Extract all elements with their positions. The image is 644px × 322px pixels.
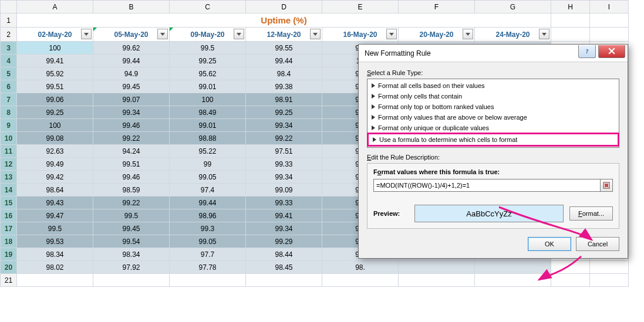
cell[interactable] <box>590 28 629 42</box>
row-header[interactable]: 16 <box>1 209 17 222</box>
cell[interactable]: 98.4 <box>246 67 322 80</box>
row-header[interactable]: 6 <box>1 80 17 93</box>
row-header[interactable]: 4 <box>1 55 17 67</box>
cell[interactable]: 99 <box>170 158 246 171</box>
cell[interactable]: 99.46 <box>93 171 170 184</box>
filter-dropdown-button[interactable] <box>310 29 321 39</box>
cell[interactable] <box>551 28 590 42</box>
col-header[interactable]: B <box>93 1 170 13</box>
cell[interactable]: 98.88 <box>170 132 246 145</box>
cell[interactable]: 99.38 <box>246 80 322 93</box>
cell[interactable]: 100 <box>17 119 93 132</box>
cell[interactable]: 97.4 <box>170 184 246 196</box>
select-all-corner[interactable] <box>1 1 17 13</box>
sheet-title[interactable]: Uptime (%) <box>17 13 551 28</box>
rule-type-item[interactable]: Format only unique or duplicate values <box>367 123 619 133</box>
cell[interactable]: 99.51 <box>93 158 170 171</box>
cell[interactable]: 99.25 <box>246 106 322 119</box>
col-header[interactable]: E <box>322 1 399 13</box>
rule-type-item[interactable]: Format only top or bottom ranked values <box>367 101 619 112</box>
row-header[interactable]: 13 <box>1 171 17 184</box>
row-header[interactable]: 18 <box>1 235 17 248</box>
cell[interactable]: 99.05 <box>170 171 246 184</box>
cell[interactable] <box>93 274 170 287</box>
cell[interactable]: 95.92 <box>17 67 93 80</box>
row-header[interactable]: 17 <box>1 222 17 235</box>
cell[interactable]: 99.53 <box>17 235 93 248</box>
help-button[interactable]: ? <box>578 45 596 58</box>
cell[interactable]: 99.44 <box>170 196 246 209</box>
col-header[interactable]: G <box>475 1 551 13</box>
cell[interactable]: 98.91 <box>246 93 322 106</box>
cell[interactable]: 99.22 <box>93 196 170 209</box>
cell[interactable]: 98.49 <box>170 106 246 119</box>
rule-type-item[interactable]: Format only values that are above or bel… <box>367 112 619 123</box>
filter-dropdown-button[interactable] <box>463 29 473 39</box>
close-button[interactable] <box>598 45 625 58</box>
col-header[interactable]: A <box>17 1 93 13</box>
row-header[interactable]: 12 <box>1 158 17 171</box>
rule-type-item[interactable]: Format only cells that contain <box>367 91 619 101</box>
cell[interactable] <box>551 13 590 28</box>
row-header[interactable]: 15 <box>1 196 17 209</box>
collapse-dialog-button[interactable] <box>600 179 613 192</box>
cell[interactable]: 98.45 <box>246 261 322 274</box>
cell[interactable]: 99.44 <box>93 55 170 67</box>
cell[interactable]: 99.22 <box>93 132 170 145</box>
cell[interactable] <box>551 261 590 274</box>
cell[interactable]: 99.33 <box>246 196 322 209</box>
cell[interactable]: 100 <box>17 42 93 55</box>
cell[interactable]: 99.34 <box>246 222 322 235</box>
cell[interactable]: 98.34 <box>17 248 93 261</box>
cell[interactable]: 99.41 <box>17 55 93 67</box>
col-header[interactable]: I <box>590 1 629 13</box>
column-header-cell[interactable]: 05-May-20 <box>93 28 170 42</box>
cell[interactable]: 99.34 <box>246 119 322 132</box>
formula-input[interactable] <box>373 179 601 192</box>
ok-button[interactable]: OK <box>528 237 571 251</box>
cell[interactable]: 99.34 <box>93 106 170 119</box>
cell[interactable]: 99.49 <box>17 158 93 171</box>
format-button[interactable]: Format... <box>569 206 613 221</box>
cell[interactable]: 99.42 <box>17 171 93 184</box>
cell[interactable]: 94.24 <box>93 145 170 158</box>
cell[interactable]: 97.92 <box>93 261 170 274</box>
cell[interactable] <box>551 274 590 287</box>
cell[interactable]: 99.22 <box>246 132 322 145</box>
cancel-button[interactable]: Cancel <box>576 237 619 251</box>
cell[interactable]: 94.9 <box>93 67 170 80</box>
cell[interactable]: 99.55 <box>246 42 322 55</box>
column-header-cell[interactable]: 02-May-20 <box>17 28 93 42</box>
cell[interactable]: 99.54 <box>93 235 170 248</box>
col-header[interactable]: H <box>551 1 590 13</box>
cell[interactable]: 98. <box>322 261 399 274</box>
cell[interactable]: 100 <box>170 93 246 106</box>
col-header[interactable]: D <box>246 1 322 13</box>
column-header-cell[interactable]: 12-May-20 <box>246 28 322 42</box>
row-header[interactable]: 21 <box>1 274 17 287</box>
row-header[interactable]: 20 <box>1 261 17 274</box>
row-header[interactable]: 8 <box>1 106 17 119</box>
cell[interactable]: 98.44 <box>246 248 322 261</box>
col-header[interactable]: C <box>170 1 246 13</box>
row-header[interactable]: 19 <box>1 248 17 261</box>
filter-dropdown-button[interactable] <box>157 29 168 39</box>
row-header[interactable]: 10 <box>1 132 17 145</box>
column-header-cell[interactable]: 09-May-20 <box>170 28 246 42</box>
column-header-cell[interactable]: 20-May-20 <box>399 28 475 42</box>
cell[interactable]: 99.41 <box>246 209 322 222</box>
cell[interactable]: 97.78 <box>170 261 246 274</box>
cell[interactable]: 99.25 <box>170 55 246 67</box>
cell[interactable]: 99.5 <box>170 42 246 55</box>
filter-dropdown-button[interactable] <box>81 29 92 39</box>
cell[interactable]: 98.02 <box>17 261 93 274</box>
cell[interactable]: 99.3 <box>170 222 246 235</box>
cell[interactable]: 99.29 <box>246 235 322 248</box>
cell[interactable]: 99.62 <box>93 42 170 55</box>
cell[interactable] <box>590 13 629 28</box>
column-header-cell[interactable]: 24-May-20 <box>475 28 551 42</box>
row-header[interactable]: 2 <box>1 28 17 42</box>
cell[interactable]: 95.22 <box>170 145 246 158</box>
cell[interactable]: 99.46 <box>93 119 170 132</box>
rule-type-item[interactable]: Use a formula to determine which cells t… <box>367 133 619 147</box>
